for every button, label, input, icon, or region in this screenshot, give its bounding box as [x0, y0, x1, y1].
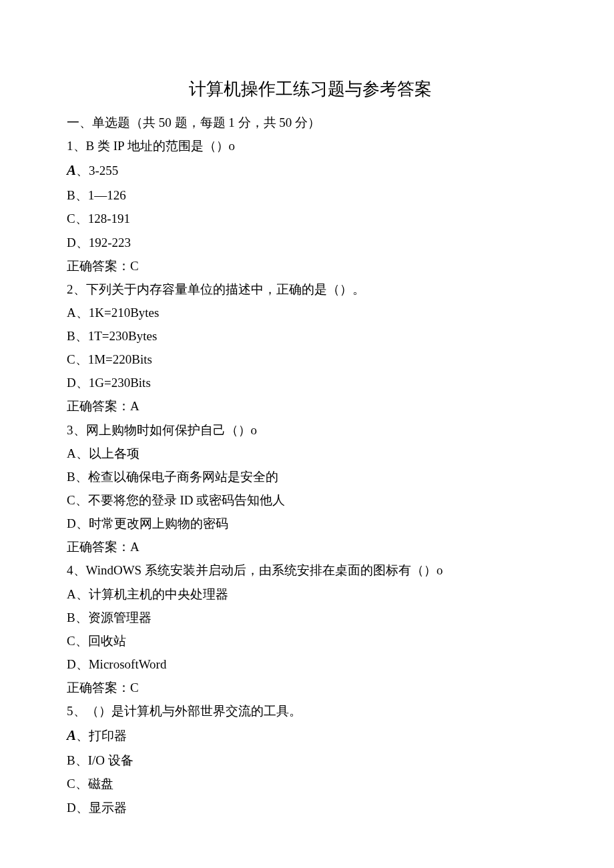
- q1-option-d: D、192-223: [67, 231, 554, 254]
- q3-option-d: D、时常更改网上购物的密码: [67, 512, 554, 535]
- q3-option-a: A、以上各项: [67, 442, 554, 465]
- option-sep: 、: [76, 729, 89, 743]
- q1-option-b: B、1—126: [67, 183, 554, 207]
- q5-option-b: B、I/O 设备: [67, 749, 554, 772]
- q3-option-c: C、不要将您的登录 ID 或密码告知他人: [67, 488, 554, 512]
- q4-stem: 4、WindOWS 系统安装并启动后，由系统安排在桌面的图标有（）o: [67, 558, 554, 582]
- q2-stem: 2、下列关于内存容量单位的描述中，正确的是（）。: [67, 278, 554, 301]
- q3-option-b: B、检查以确保电子商务网站是安全的: [67, 465, 554, 488]
- q2-option-d: D、1G=230Bits: [67, 371, 554, 394]
- q4-option-a: A、计算机主机的中央处理器: [67, 582, 554, 606]
- q4-option-d: D、MicrosoftWord: [67, 653, 554, 676]
- q5-stem: 5、（）是计算机与外部世界交流的工具。: [67, 699, 554, 723]
- option-label: A: [67, 727, 76, 743]
- q1-option-c: C、128-191: [67, 207, 554, 230]
- document-page: 计算机操作工练习题与参考答案 一、单选题（共 50 题，每题 1 分，共 50 …: [0, 0, 614, 859]
- q1-stem: 1、B 类 IP 地址的范围是（）o: [67, 134, 554, 157]
- q1-answer: 正确答案：C: [67, 254, 554, 278]
- option-sep: 、: [76, 163, 89, 177]
- q2-answer: 正确答案：A: [67, 394, 554, 418]
- q4-option-c: C、回收站: [67, 629, 554, 653]
- q2-option-a: A、1K=210Bytes: [67, 301, 554, 324]
- page-title: 计算机操作工练习题与参考答案: [67, 73, 554, 105]
- q2-option-c: C、1M=220Bits: [67, 348, 554, 371]
- option-text: 打印器: [89, 729, 127, 743]
- q5-option-d: D、显示器: [67, 796, 554, 819]
- q1-option-a: A、3-255: [67, 157, 554, 183]
- q4-option-b: B、资源管理器: [67, 606, 554, 629]
- q3-answer: 正确答案：A: [67, 535, 554, 558]
- q5-option-c: C、磁盘: [67, 772, 554, 795]
- q2-option-b: B、1T=230Bytes: [67, 324, 554, 348]
- option-text: 3-255: [89, 163, 118, 177]
- q4-answer: 正确答案：C: [67, 676, 554, 699]
- q3-stem: 3、网上购物时如何保护自己（）o: [67, 418, 554, 442]
- option-label: A: [67, 162, 76, 178]
- q5-option-a: A、打印器: [67, 723, 554, 749]
- section-heading: 一、单选题（共 50 题，每题 1 分，共 50 分）: [67, 111, 554, 134]
